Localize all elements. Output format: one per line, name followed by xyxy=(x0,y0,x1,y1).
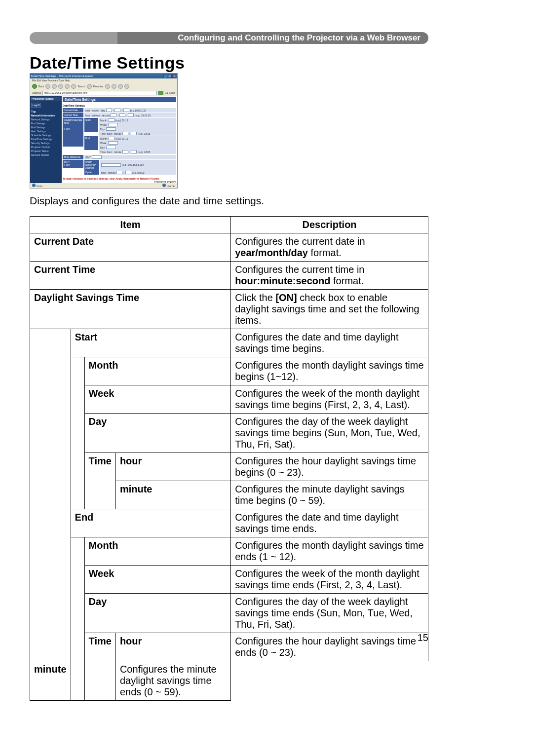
label-current-date: Current Date xyxy=(63,108,83,113)
nav-alert-settings[interactable]: Alert Settings xyxy=(31,129,61,133)
label-cycle: Cycle xyxy=(84,170,99,175)
print-icon[interactable] xyxy=(124,84,129,89)
home-icon[interactable] xyxy=(65,84,70,89)
links-label: Links xyxy=(169,91,175,94)
apply-note: To apply changes to date/time settings, … xyxy=(63,177,176,180)
row-start-month-item: Month xyxy=(84,357,231,385)
nav-network-info[interactable]: Network Information xyxy=(31,113,61,117)
second-input[interactable] xyxy=(128,113,134,117)
nav-schedule-settings[interactable]: Schedule Settings xyxy=(31,133,61,137)
cycle-hour-input[interactable] xyxy=(116,171,122,174)
window-title: Date/Time Settings - Microsoft Internet … xyxy=(31,75,94,77)
field-current-date: year : month : day / / [e.g.] 05/01/25 xyxy=(84,108,176,113)
row-start-hour-item: hour xyxy=(115,453,230,481)
back-icon[interactable] xyxy=(32,84,37,89)
head-item: Item xyxy=(30,217,231,233)
close-icon[interactable]: × xyxy=(172,75,176,78)
minimize-icon[interactable]: _ xyxy=(163,75,167,78)
row-dst-item: Daylight Savings Time xyxy=(30,290,231,329)
nav-network-settings[interactable]: Network Settings xyxy=(31,117,61,121)
row-end-item: End xyxy=(71,509,231,537)
row-end-month-desc: Configures the month daylight savings ti… xyxy=(231,537,428,566)
nav-projector-status[interactable]: Projector Status xyxy=(31,149,61,153)
start-day-select[interactable] xyxy=(106,127,116,131)
row-current-date-item: Current Date xyxy=(30,233,231,262)
nav-mail-settings[interactable]: Mail Settings xyxy=(31,125,61,129)
row-end-day-item: Day xyxy=(84,594,231,633)
row-current-date-desc: Configures the current date in year/mont… xyxy=(231,233,428,262)
description-table: Item Description Current Date Configures… xyxy=(30,216,428,701)
go-label: Go xyxy=(165,91,168,94)
row-end-minute-desc: Configures the minute daylight savings t… xyxy=(115,661,230,701)
browser-toolbar: Back Search Favorites xyxy=(30,83,177,90)
label-current-time: Current Time xyxy=(63,113,83,117)
stop-icon[interactable] xyxy=(52,84,57,89)
end-hour-input[interactable] xyxy=(122,150,128,153)
nav-port-settings[interactable]: Port Settings xyxy=(31,121,61,125)
row-current-time-item: Current Time xyxy=(30,262,231,290)
globe-icon xyxy=(32,184,36,187)
year-input[interactable] xyxy=(106,109,112,112)
favorites-icon[interactable] xyxy=(87,84,92,89)
start-hour-input[interactable] xyxy=(122,132,128,135)
address-input[interactable]: http://192.168.1.10/admin/datetime.html xyxy=(42,91,156,95)
nav-security-settings[interactable]: Security Settings xyxy=(31,141,61,145)
end-week-select[interactable] xyxy=(108,141,118,145)
row-end-desc: Configures the date and time daylight sa… xyxy=(231,509,428,537)
hour-input[interactable] xyxy=(111,113,116,117)
row-end-week-desc: Configures the week of the month dayligh… xyxy=(231,566,428,594)
go-button[interactable] xyxy=(158,91,163,95)
cycle-minute-input[interactable] xyxy=(125,171,131,174)
gmt-select[interactable] xyxy=(92,155,102,159)
intro-text: Displays and configures the date and tim… xyxy=(30,195,264,207)
nav-projector-control[interactable]: Projector Control xyxy=(31,145,61,149)
sidebar: Projector Setup Logoff Top: Network Info… xyxy=(30,96,62,183)
section-label: Date/Time Settings xyxy=(63,104,176,107)
back-label: Back xyxy=(38,85,44,88)
browser-screenshot: Date/Time Settings - Microsoft Internet … xyxy=(30,73,178,189)
address-bar: Address http://192.168.1.10/admin/dateti… xyxy=(30,90,177,96)
row-end-week-item: Week xyxy=(84,566,231,594)
nav-network-restart[interactable]: Network Restart xyxy=(31,153,61,157)
label-sntp-ip: SNTP Server IP Address xyxy=(84,160,99,170)
row-start-desc: Configures the date and time daylight sa… xyxy=(231,329,428,357)
sidebar-head: Projector Setup xyxy=(31,97,61,101)
nav-datetime-settings[interactable]: Date/Time Settings xyxy=(31,137,61,141)
zone-icon xyxy=(162,184,166,187)
row-start-day-item: Day xyxy=(84,414,231,453)
sntp-ip-input[interactable] xyxy=(101,163,121,167)
search-icon[interactable] xyxy=(71,84,76,89)
media-icon[interactable] xyxy=(105,84,110,89)
row-start-minute-item: minute xyxy=(115,481,230,509)
day-input[interactable] xyxy=(123,109,129,112)
nav-top[interactable]: Top: xyxy=(31,110,61,113)
row-end-minute-item: minute xyxy=(30,661,71,701)
start-week-select[interactable] xyxy=(108,123,118,126)
label-end: End xyxy=(84,136,98,150)
end-minute-input[interactable] xyxy=(131,150,137,153)
minute-input[interactable] xyxy=(119,113,125,117)
favorites-label: Favorites xyxy=(93,85,104,88)
page-title: Date/Time Settings xyxy=(30,53,185,73)
end-day-select[interactable] xyxy=(106,146,116,149)
search-label: Search xyxy=(77,85,85,88)
month-input[interactable] xyxy=(114,109,120,112)
start-month-input[interactable] xyxy=(109,118,114,122)
section-header: Configuring and Controlling the Projecto… xyxy=(30,32,428,44)
row-start-month-desc: Configures the month daylight savings ti… xyxy=(231,357,428,385)
start-minute-input[interactable] xyxy=(131,132,137,135)
logoff-button[interactable]: Logoff xyxy=(31,103,41,108)
mail-icon[interactable] xyxy=(118,84,123,89)
row-dst-desc: Click the [ON] check box to enable dayli… xyxy=(231,290,428,329)
history-icon[interactable] xyxy=(112,84,116,89)
label-sntp: SNTP□ ON xyxy=(63,160,83,168)
maximize-icon[interactable]: □ xyxy=(168,75,172,78)
browser-menubar[interactable]: File Edit View Favorites Tools Help xyxy=(30,78,177,83)
forward-icon[interactable] xyxy=(45,84,50,89)
refresh-icon[interactable] xyxy=(58,84,63,89)
row-start-day-desc: Configures the day of the week daylight … xyxy=(231,414,428,453)
label-time-difference: Time difference xyxy=(63,155,83,159)
label-dst: Daylight Savings Time □ ON xyxy=(63,118,83,147)
window-titlebar: Date/Time Settings - Microsoft Internet … xyxy=(30,74,177,78)
end-month-input[interactable] xyxy=(109,137,114,140)
